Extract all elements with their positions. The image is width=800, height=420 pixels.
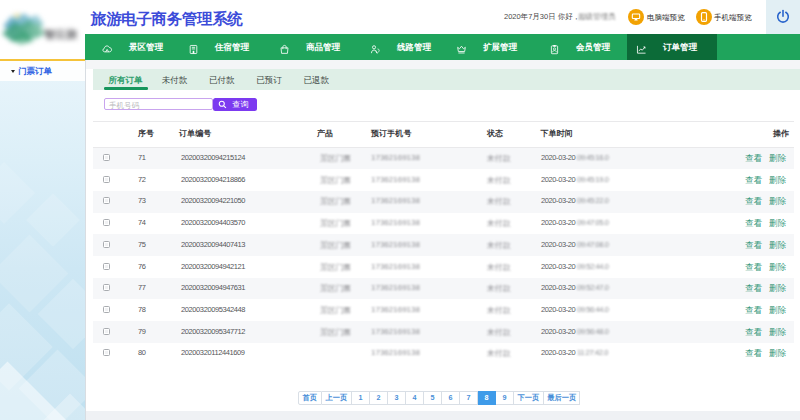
svg-text:智云旅: 智云旅 (43, 28, 78, 40)
